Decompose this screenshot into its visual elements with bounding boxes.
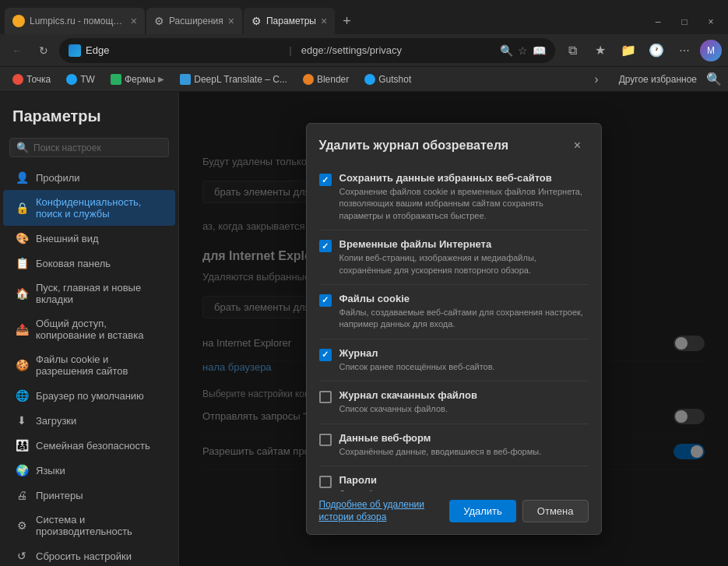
sidebar-item-sharing[interactable]: 📤 Общий доступ, копирование и вставка	[3, 311, 175, 347]
tab-close-button[interactable]: ×	[131, 15, 137, 27]
newtab-icon: 🏠	[16, 287, 28, 300]
cancel-button[interactable]: Отмена	[522, 500, 589, 522]
sidebar-item-cookies[interactable]: 🍪 Файлы cookie и разрешения сайтов	[3, 347, 175, 383]
sidebar-item-newtab[interactable]: 🏠 Пуск, главная и новые вкладки	[3, 276, 175, 311]
sidebar-search[interactable]: 🔍	[9, 138, 169, 157]
sidebar-item-system[interactable]: ⚙ Система и производительность	[3, 508, 175, 543]
cb-desc: Копии веб-страниц, изображения и медиафа…	[339, 252, 589, 276]
bookmark-label: Фермы	[125, 74, 155, 85]
minimize-button[interactable]: –	[645, 12, 670, 31]
cb-title: Данные веб-форм	[339, 432, 589, 444]
address-icons: 🔍 ☆ 📖	[500, 44, 546, 57]
edge-logo-icon	[69, 44, 81, 57]
checkbox-passwords: Пароли Сохранённые пароли, автоматически…	[319, 466, 589, 491]
history-button[interactable]: 🕐	[644, 38, 669, 63]
dialog-footer-link[interactable]: Подробнее об удалении истории обзора	[319, 499, 444, 523]
sidebar-item-reset[interactable]: ↺ Сбросить настройки	[3, 543, 175, 566]
tab-extensions[interactable]: ⚙ Расширения ×	[146, 8, 242, 34]
checkbox-history-input[interactable]: ✓	[319, 349, 332, 361]
bookmark-icon	[12, 74, 23, 85]
bookmark-deepl[interactable]: DeepL Translate – С...	[174, 72, 294, 86]
sidebar-item-appearance[interactable]: 🎨 Внешний вид	[3, 226, 175, 251]
printers-icon: 🖨	[16, 489, 28, 501]
cb-desc: Список ранее посещённых веб-сайтов.	[339, 361, 589, 373]
checkbox-history-content: Журнал Список ранее посещённых веб-сайто…	[339, 347, 589, 373]
sidebar-item-label: Система и производительность	[36, 514, 163, 537]
address-input-wrap[interactable]: Edge | edge://settings/privacy 🔍 ☆ 📖	[59, 38, 555, 63]
sidebar-item-family[interactable]: 👨‍👩‍👧 Семейная безопасность	[3, 433, 175, 458]
bookmark-tochka[interactable]: Точка	[6, 72, 57, 86]
checkbox-downloads-input[interactable]	[319, 391, 332, 403]
sidebar-item-label: Профили	[36, 172, 80, 184]
close-button[interactable]: ×	[698, 12, 723, 31]
cb-title: Журнал	[339, 347, 589, 359]
sidebar-item-sidebar[interactable]: 📋 Боковая панель	[3, 251, 175, 276]
sidebar-item-label: Внешний вид	[36, 233, 99, 244]
tab-settings[interactable]: ⚙ Параметры ×	[244, 8, 335, 34]
bookmark-label: Blender	[317, 74, 349, 85]
bookmark-other-label: Другое избранное	[619, 74, 697, 85]
cb-title: Временные файлы Интернета	[339, 238, 589, 250]
family-icon: 👨‍👩‍👧	[16, 439, 28, 452]
checkbox-favorites: ✓ Сохранить данные избранных веб-сайтов …	[319, 164, 589, 230]
delete-button[interactable]: Удалить	[449, 500, 516, 522]
sidebar-item-printers[interactable]: 🖨 Принтеры	[3, 483, 175, 508]
bookmarks-more-button[interactable]: ›	[589, 71, 603, 88]
tabs-button[interactable]: ⧉	[560, 38, 585, 63]
refresh-button[interactable]: ↻	[33, 40, 55, 62]
bookmark-farms[interactable]: Фермы ▶	[104, 72, 171, 86]
checkbox-passwords-content: Пароли Сохранённые пароли, автоматически…	[339, 474, 589, 491]
address-url: edge://settings/privacy	[301, 44, 495, 56]
search-input[interactable]	[33, 142, 162, 153]
favorites-icon[interactable]: ☆	[518, 44, 528, 57]
sidebar-item-default-browser[interactable]: 🌐 Браузер по умолчанию	[3, 383, 175, 408]
bookmark-tw[interactable]: TW	[60, 72, 101, 86]
back-button[interactable]: ←	[6, 40, 28, 62]
sidebar-item-languages[interactable]: 🌍 Языки	[3, 458, 175, 483]
sidebar-title: Параметры	[0, 92, 178, 133]
collections-button[interactable]: 📁	[616, 38, 641, 63]
checkbox-passwords-input[interactable]	[319, 476, 332, 488]
checkbox-formdata-content: Данные веб-форм Сохранённые данные, ввод…	[339, 432, 589, 458]
address-separator: |	[289, 44, 291, 56]
new-tab-button[interactable]: +	[336, 10, 357, 33]
tab-bar: Lumpics.ru - помощь с... × ⚙ Расширения …	[0, 0, 728, 34]
sidebar-item-label: Семейная безопасность	[36, 440, 150, 452]
checkbox-formdata-input[interactable]	[319, 434, 332, 446]
search-icon: 🔍	[16, 142, 29, 153]
maximize-button[interactable]: □	[672, 12, 697, 31]
cookies-icon: 🍪	[16, 359, 28, 371]
bookmark-icon	[303, 74, 314, 85]
bookmark-label: TW	[80, 74, 95, 85]
dialog-buttons: Удалить Отмена	[449, 500, 588, 522]
checkbox-downloads: Журнал скачанных файлов Список скачанных…	[319, 381, 589, 424]
sidebar-item-label: Пуск, главная и новые вкладки	[36, 282, 163, 305]
profile-button[interactable]: M	[700, 40, 722, 62]
dialog-close-button[interactable]: ×	[567, 135, 589, 156]
tab-close-button[interactable]: ×	[321, 15, 327, 27]
sidebar-item-label: Конфиденциальность, поиск и службы	[36, 196, 163, 220]
sidebar-item-downloads[interactable]: ⬇ Загрузки	[3, 408, 175, 433]
bookmark-blender[interactable]: Blender	[297, 72, 355, 86]
favorites-bar-button[interactable]: ★	[588, 38, 613, 63]
dialog-header: Удалить журнал обозревателя ×	[307, 124, 601, 164]
tab-lumpics[interactable]: Lumpics.ru - помощь с... ×	[5, 8, 145, 34]
sidebar-item-privacy[interactable]: 🔒 Конфиденциальность, поиск и службы	[3, 190, 175, 226]
checkbox-temp-files: ✓ Временные файлы Интернета Копии веб-ст…	[319, 230, 589, 285]
languages-icon: 🌍	[16, 464, 28, 476]
checkbox-cookies-input[interactable]: ✓	[319, 294, 332, 307]
checkbox-favorites-input[interactable]: ✓	[319, 174, 332, 186]
bookmark-label: Gutshot	[378, 74, 411, 85]
reading-mode-icon[interactable]: 📖	[533, 44, 546, 57]
dialog-overlay: Удалить журнал обозревателя × ✓ Сохранит…	[179, 92, 728, 566]
checkbox-temp-files-input[interactable]: ✓	[319, 240, 332, 252]
cb-title: Журнал скачанных файлов	[339, 389, 589, 401]
bookmark-other[interactable]: Другое избранное	[613, 72, 703, 86]
sidebar-item-profiles[interactable]: 👤 Профили	[3, 165, 175, 190]
search-address-icon[interactable]: 🔍	[500, 44, 513, 57]
tab-close-button[interactable]: ×	[228, 15, 234, 27]
bookmarks-search-icon[interactable]: 🔍	[706, 72, 722, 86]
more-button[interactable]: ···	[672, 38, 697, 63]
bookmark-gutshot[interactable]: Gutshot	[358, 72, 417, 86]
dialog-footer: Подробнее об удалении истории обзора Уда…	[307, 491, 601, 534]
